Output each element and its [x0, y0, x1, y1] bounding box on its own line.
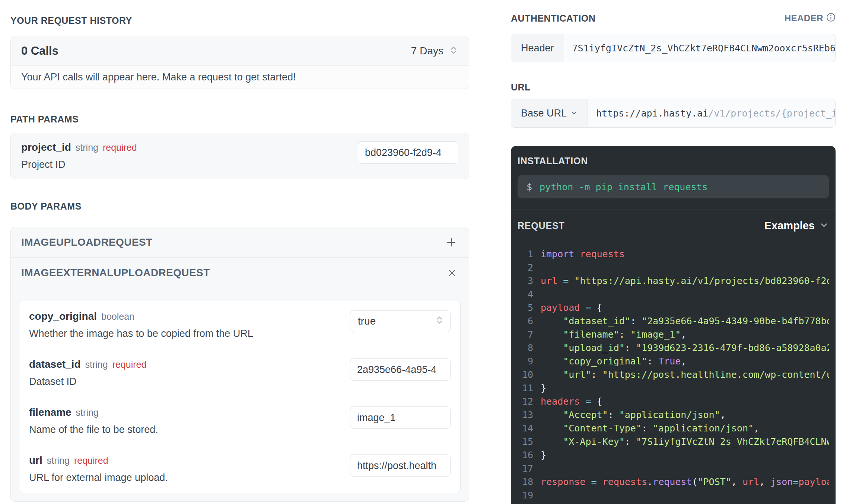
close-icon	[447, 273, 457, 279]
code-line: 17	[518, 462, 829, 475]
panel-divider	[511, 210, 836, 210]
param-name: project_id	[21, 141, 71, 153]
param-project-id: project_id string required Project ID	[21, 141, 137, 170]
api-reference-page: YOUR REQUEST HISTORY 0 Calls 7 Days Your…	[0, 0, 843, 504]
param-type: string	[47, 455, 70, 466]
code-line: 16}	[518, 449, 829, 462]
auth-token-value: 7S1iyfgIVcZtN_2s_VhCZkt7eRQFB4CLNwm2ooxc…	[572, 43, 835, 54]
request-history-empty-message: Your API calls will appear here. Make a …	[11, 66, 469, 89]
param-type: string	[85, 359, 108, 370]
param-type: boolean	[101, 311, 134, 322]
url-input[interactable]	[350, 454, 451, 477]
path-params-title: PATH PARAMS	[10, 114, 469, 124]
project-id-input[interactable]	[358, 141, 458, 164]
param-name: url	[29, 454, 42, 466]
examples-dropdown[interactable]: Examples	[764, 220, 829, 232]
param-description: Name of the file to be stored.	[29, 424, 158, 436]
request-row: REQUEST Examples	[518, 220, 829, 232]
field-row-filename: filename string Name of the file to be s…	[19, 397, 460, 445]
time-range-select[interactable]: 7 Days	[411, 45, 458, 57]
code-line: 19	[518, 489, 829, 502]
code-line: 18response = requests.request("POST", ur…	[518, 475, 829, 489]
code-line: 6 "dataset_id": "2a935e66-4a95-4349-90be…	[518, 315, 829, 328]
shell-prompt: $	[527, 182, 532, 192]
examples-label: Examples	[764, 220, 815, 232]
code-line: 15 "X-Api-Key": "7S1iyfgIVcZtN_2s_VhCZkt…	[518, 435, 829, 449]
param-description: Dataset ID	[29, 376, 146, 387]
code-line: 9 "copy_original": True,	[518, 355, 829, 368]
param-name: copy_original	[29, 310, 97, 322]
field-row-dataset-id: dataset_id string required Dataset ID	[19, 349, 460, 397]
body-params-box: IMAGEUPLOADREQUEST IMAGEEXTERNALUPLOADRE…	[10, 227, 469, 502]
body-fields-card: copy_original boolean Whether the image …	[19, 301, 461, 493]
code-line: 4	[518, 288, 829, 301]
code-panel: INSTALLATION $ python -m pip install req…	[511, 146, 836, 504]
column-divider	[494, 0, 494, 504]
time-range-value: 7 Days	[411, 45, 443, 57]
authentication-title: AUTHENTICATION	[511, 13, 595, 23]
install-command-box[interactable]: $ python -m pip install requests	[518, 175, 829, 198]
param-type: string	[76, 142, 98, 153]
param-name: filename	[29, 406, 71, 418]
info-icon[interactable]	[826, 13, 836, 23]
body-params-title: BODY PARAMS	[10, 201, 469, 211]
remove-schema-button[interactable]	[446, 267, 458, 279]
request-title: REQUEST	[518, 220, 564, 231]
plus-icon	[446, 243, 457, 249]
endpoint-url-cell: https://api.hasty.ai/v1/projects/{projec…	[588, 99, 835, 127]
request-column: YOUR REQUEST HISTORY 0 Calls 7 Days Your…	[10, 0, 469, 502]
code-line: 7 "filename": "image_1",	[518, 328, 829, 341]
copy-original-value: true	[358, 315, 376, 327]
param-required-badge: required	[103, 142, 137, 153]
schema-label: IMAGEUPLOADREQUEST	[21, 236, 153, 248]
auth-header-box: Header 7S1iyfgIVcZtN_2s_VhCZkt7eRQFB4CLN…	[511, 34, 836, 62]
code-line: 14 "Content-Type": "application/json",	[518, 422, 829, 435]
request-history-title: YOUR REQUEST HISTORY	[10, 16, 469, 25]
code-line: 3url = "https://api.hasty.ai/v1/projects…	[518, 274, 829, 288]
chevron-up-down-icon	[435, 315, 444, 328]
calls-count: 0 Calls	[21, 44, 58, 58]
auth-token-cell[interactable]: 7S1iyfgIVcZtN_2s_VhCZkt7eRQFB4CLNwm2ooxc…	[564, 34, 835, 62]
code-line: 11}	[518, 382, 829, 395]
url-section-title: URL	[511, 82, 836, 92]
path-params-box: project_id string required Project ID	[10, 133, 469, 179]
install-command: python -m pip install requests	[540, 182, 708, 192]
param-name: dataset_id	[29, 358, 81, 370]
param-required-badge: required	[74, 455, 108, 466]
authentication-row: AUTHENTICATION HEADER	[511, 13, 836, 23]
copy-original-select[interactable]: true	[350, 310, 451, 332]
code-column: AUTHENTICATION HEADER Header 7S1iyfgIVcZ…	[511, 0, 836, 504]
param-description: Project ID	[21, 159, 137, 170]
schema-row-imageuploadrequest: IMAGEUPLOADREQUEST	[11, 227, 469, 258]
auth-mode-label: HEADER	[785, 13, 823, 23]
chevron-down-icon	[819, 220, 829, 231]
endpoint-path-suffix: /v1/projects/{project_id}/	[708, 108, 835, 119]
code-line: 13 "Accept": "application/json",	[518, 408, 829, 422]
field-row-copy-original: copy_original boolean Whether the image …	[19, 301, 460, 349]
base-url-label: Base URL	[521, 108, 567, 119]
param-required-badge: required	[112, 359, 147, 370]
param-description: Whether the image has to be copied from …	[29, 328, 253, 339]
schema-row-imageexternaluploadrequest: IMAGEEXTERNALUPLOADREQUEST	[11, 258, 469, 288]
dataset-id-input[interactable]	[350, 358, 451, 381]
chevron-down-icon	[570, 108, 578, 119]
schema-label: IMAGEEXTERNALUPLOADREQUEST	[21, 267, 210, 279]
code-line: 12headers = {	[518, 395, 829, 408]
installation-title: INSTALLATION	[518, 156, 829, 166]
param-description: URL for external image upload.	[29, 472, 168, 484]
chevron-up-down-icon	[449, 45, 458, 57]
add-schema-button[interactable]	[444, 235, 458, 249]
code-line: 8 "upload_id": "1939d623-2316-479f-bd86-…	[518, 341, 829, 355]
base-url-select[interactable]: Base URL	[511, 99, 588, 127]
request-history-box: 0 Calls 7 Days Your API calls will appea…	[10, 36, 469, 89]
code-block[interactable]: 1import requests23url = "https://api.has…	[518, 248, 829, 502]
filename-input[interactable]	[350, 406, 451, 429]
field-row-url: url string required URL for external ima…	[19, 445, 460, 493]
request-history-header: 0 Calls 7 Days	[11, 36, 469, 66]
auth-mode-toggle[interactable]: HEADER	[785, 13, 836, 23]
code-line: 10 "url": "https://post.healthline.com/w…	[518, 368, 829, 382]
code-line: 5payload = {	[518, 301, 829, 315]
auth-header-key: Header	[511, 34, 564, 62]
endpoint-base-url: https://api.hasty.ai	[596, 108, 708, 119]
param-type: string	[76, 407, 99, 418]
